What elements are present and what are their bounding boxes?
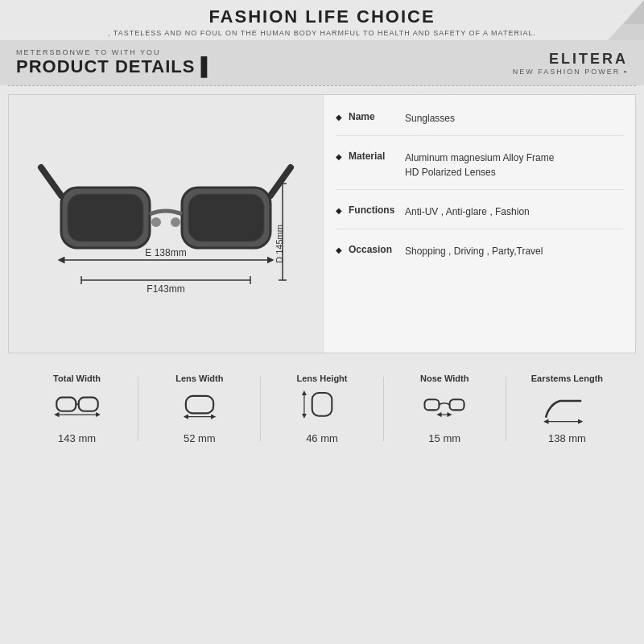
spec-label: Name	[349, 111, 405, 122]
spec-row: ◆ Occasion Shopping , Driving , Party,Tr…	[336, 244, 623, 268]
spec-label: Material	[349, 151, 405, 162]
svg-text:F143mm: F143mm	[147, 283, 184, 295]
measure-icon-lens-height	[261, 390, 382, 426]
diamond-icon: ◆	[336, 206, 342, 215]
svg-rect-6	[68, 194, 143, 242]
diamond-icon: ◆	[336, 152, 342, 161]
measure-label: Earstems Length	[506, 374, 628, 383]
measure-value: 15 mm	[384, 432, 506, 444]
measure-item: Earstems Length 138 mm	[506, 374, 628, 444]
measure-icon-earstems-length	[506, 390, 628, 426]
measure-label: Nose Width	[384, 374, 506, 383]
spec-value: Shopping , Driving , Party,Travel	[405, 244, 543, 258]
measure-item: Total Width 143 mm	[16, 374, 138, 444]
product-bar-title: PRODUCT DETAILS ▌	[16, 56, 214, 77]
image-panel: E 138mm F143mm D 145mm	[9, 95, 323, 353]
product-bar: METERSBONWE TO WITH YOU PRODUCT DETAILS …	[0, 40, 644, 85]
svg-text:D 145mm: D 145mm	[275, 225, 284, 263]
header: FASHION LIFE CHOICE , TASTELESS AND NO F…	[0, 0, 644, 40]
header-title: FASHION LIFE CHOICE	[0, 6, 644, 27]
measure-label: Total Width	[16, 374, 138, 383]
spec-value: Sunglasses	[405, 111, 455, 126]
spec-value: Anti-UV , Anti-glare , Fashion	[405, 204, 530, 219]
svg-rect-21	[56, 398, 76, 411]
product-bar-label: METERSBONWE TO WITH YOU	[16, 48, 214, 56]
svg-rect-27	[312, 393, 332, 416]
measure-value: 46 mm	[261, 432, 382, 444]
specs-panel: ◆ Name Sunglasses ◆ Material Aluminum ma…	[323, 95, 635, 353]
measure-row: Total Width 143 mm Lens Width 52 mm Lens…	[16, 374, 628, 444]
main-content: E 138mm F143mm D 145mm	[8, 94, 636, 353]
specs-container: ◆ Name Sunglasses ◆ Material Aluminum ma…	[336, 111, 623, 268]
header-subtitle: , TASTELESS AND NO FOUL ON THE HUMAN BOD…	[0, 29, 644, 37]
measure-item: Nose Width 15 mm	[384, 374, 506, 444]
spec-row: ◆ Name Sunglasses	[336, 111, 623, 136]
measure-value: 143 mm	[16, 432, 138, 444]
header-decoration	[592, 0, 644, 43]
measure-item: Lens Width 52 mm	[138, 374, 260, 444]
svg-rect-25	[186, 396, 213, 413]
svg-rect-30	[450, 399, 464, 410]
diamond-icon: ◆	[336, 113, 342, 122]
measure-value: 52 mm	[138, 432, 260, 444]
svg-rect-8	[188, 194, 264, 242]
glasses-svg: E 138mm F143mm D 145mm	[37, 119, 295, 328]
brand-name: ELITERA	[513, 51, 628, 68]
spec-row: ◆ Functions Anti-UV , Anti-glare , Fashi…	[336, 204, 623, 229]
glasses-diagram: E 138mm F143mm D 145mm	[37, 119, 295, 328]
svg-marker-1	[624, 0, 644, 24]
spec-label: Occasion	[349, 244, 405, 255]
product-bar-left: METERSBONWE TO WITH YOU PRODUCT DETAILS …	[16, 48, 214, 77]
spec-label: Functions	[349, 204, 405, 216]
measure-icon-total-width	[16, 390, 138, 426]
divider	[8, 85, 636, 86]
measure-icon-nose-width	[384, 390, 506, 426]
spec-value: Aluminum magnesium Alloy FrameHD Polariz…	[405, 151, 554, 180]
brand-subtitle: NEW FASHION POWER ▪	[513, 68, 628, 76]
svg-rect-29	[425, 399, 440, 410]
measure-item: Lens Height 46 mm	[261, 374, 382, 444]
svg-point-10	[171, 217, 180, 227]
measure-value: 138 mm	[506, 432, 628, 444]
measure-icon-lens-width	[138, 390, 260, 426]
spec-row: ◆ Material Aluminum magnesium Alloy Fram…	[336, 151, 623, 190]
measurements-section: Total Width 143 mm Lens Width 52 mm Lens…	[8, 361, 636, 456]
svg-text:E 138mm: E 138mm	[145, 247, 186, 258]
brand-section: ELITERA NEW FASHION POWER ▪	[513, 51, 628, 76]
svg-rect-22	[78, 398, 97, 411]
triangle-icon	[592, 0, 644, 40]
measure-label: Lens Height	[261, 374, 382, 383]
diamond-icon: ◆	[336, 246, 342, 254]
svg-point-9	[151, 217, 161, 227]
measure-label: Lens Width	[138, 374, 260, 383]
